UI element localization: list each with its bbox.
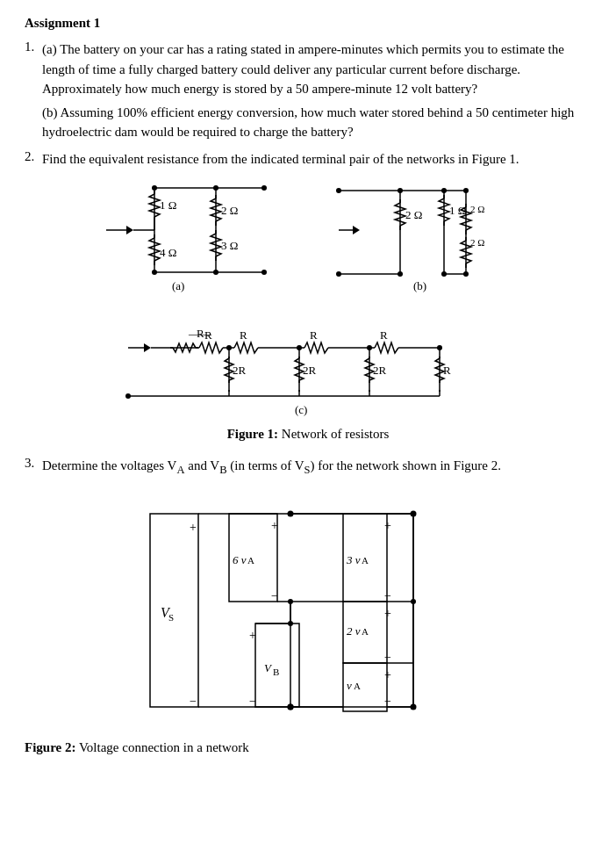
figure2-caption: Figure 2: Voltage connection in a networ… (25, 740, 591, 755)
svg-point-117 (411, 703, 417, 710)
figure1-caption-bold: Figure 1: (227, 427, 278, 441)
svg-marker-28 (353, 226, 360, 234)
svg-rect-86 (150, 514, 198, 707)
svg-point-49 (463, 271, 469, 277)
svg-point-85 (125, 393, 131, 399)
svg-point-24 (261, 270, 267, 275)
figure1-caption-text: Network of resistors (278, 427, 389, 441)
2va-plus: + (384, 607, 391, 620)
figure2: V S + − 6 v A + − 3 v A + − (25, 487, 591, 733)
r2c-label: 2 Ω (470, 204, 484, 214)
3va-sub: A (362, 555, 369, 566)
figure1: 1 Ω 4 Ω 2 Ω (25, 177, 591, 451)
svg-point-115 (288, 703, 294, 710)
va-minus: − (384, 695, 391, 708)
vb-minus: − (249, 695, 256, 708)
svg-marker-1 (126, 226, 133, 234)
figure2-caption-bold: Figure 2: (25, 740, 75, 754)
circuit-c: R —— R R R (124, 313, 492, 418)
svg-rect-109 (255, 624, 299, 707)
vs-plus: + (190, 521, 197, 534)
figure1-top-row: 1 Ω 4 Ω 2 Ω (102, 177, 514, 300)
6va-sub: A (247, 555, 254, 566)
2r1-label: 2R (233, 364, 247, 377)
question-2: 2. Find the equivalent resistance from t… (25, 149, 591, 169)
q1-number: 1. (25, 40, 42, 142)
subfig-c-label: (c) (295, 403, 307, 416)
r2a-label: 2 Ω (221, 204, 238, 217)
vs-minus: − (190, 695, 197, 708)
va-val: v (347, 679, 352, 692)
circuit-a: 1 Ω 4 Ω 2 Ω (102, 177, 295, 300)
figure1-caption: Figure 1: Network of resistors (227, 427, 390, 442)
circuit-b: 2 Ω 1 Ω 2 Ω (330, 177, 514, 300)
q2-content: Find the equivalent resistance from the … (42, 149, 591, 169)
subfig-b-label: (b) (413, 279, 426, 292)
figure2-caption-text: Voltage connection in a network (75, 740, 248, 754)
q3-content: Determine the voltages VA and VB (in ter… (42, 456, 591, 479)
subfig-a-label: (a) (172, 279, 184, 292)
2va-minus: − (384, 651, 391, 664)
r1-label: 1 Ω (160, 198, 176, 212)
assignment-title: Assignment 1 (25, 16, 591, 31)
6va-plus: + (271, 519, 278, 532)
svg-point-23 (261, 185, 267, 191)
3va-plus: + (384, 519, 391, 532)
rc4-label: R (380, 328, 388, 342)
r2b-label: 2 Ω (405, 208, 422, 221)
q1a-text: (a) The battery on your car has a rating… (42, 40, 591, 99)
q2-number: 2. (25, 149, 42, 169)
2va-sub: A (362, 626, 369, 637)
q3-number: 3. (25, 456, 42, 479)
r-shunt-label: R (443, 364, 451, 377)
2r2-label: 2R (303, 364, 317, 377)
question-1: 1. (a) The battery on your car has a rat… (25, 40, 591, 142)
6va-val: 6 v (233, 553, 247, 566)
question-3: 3. Determine the voltages VA and VB (in … (25, 456, 591, 479)
q1-content: (a) The battery on your car has a rating… (42, 40, 591, 142)
svg-marker-52 (144, 343, 151, 352)
q1b-text: (b) Assuming 100% efficient energy conve… (42, 103, 591, 142)
svg-point-48 (463, 188, 469, 193)
svg-point-116 (411, 510, 417, 516)
3va-minus: − (384, 589, 391, 602)
2va-val: 2 v (347, 624, 361, 638)
va-sub: A (354, 681, 361, 691)
r2d-label: 2 Ω (470, 237, 484, 248)
6va-minus: − (271, 589, 278, 602)
vb-plus: + (249, 629, 256, 642)
r3-label: 3 Ω (221, 239, 238, 252)
3va-val: 3 v (346, 553, 361, 566)
rc1-label: R (204, 328, 212, 342)
vs-sub: S (168, 612, 174, 623)
vb-val: V (264, 661, 273, 674)
rc3-label: R (310, 328, 318, 342)
2r3-label: 2R (373, 364, 387, 377)
figure2-svg: V S + − 6 v A + − 3 v A + − (141, 487, 475, 733)
vb-sub: B (273, 667, 279, 677)
rc2-label: R (240, 328, 247, 342)
va-plus: + (384, 668, 391, 681)
figure1-bottom-row: R —— R R R (124, 313, 492, 422)
r4-label: 4 Ω (160, 246, 176, 259)
